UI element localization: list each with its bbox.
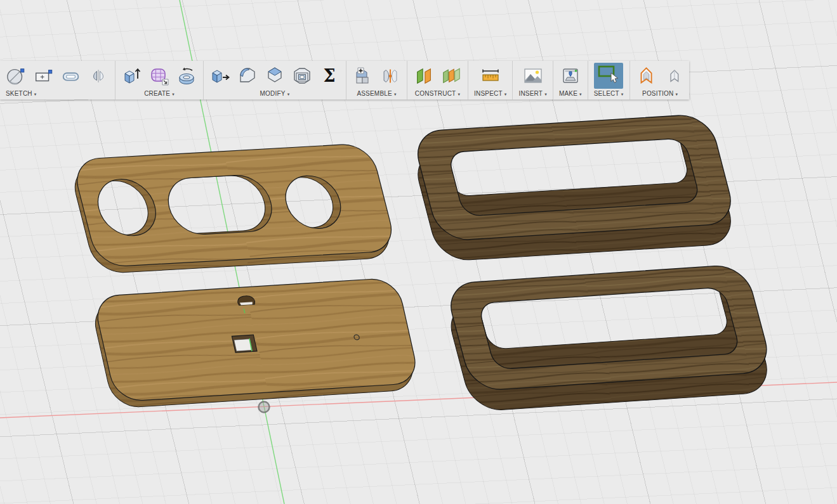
sketch-offset-button[interactable] [59, 63, 83, 89]
modify-fillet-button[interactable] [235, 63, 260, 89]
new-component-icon [352, 65, 374, 87]
toolbar-group-sketch: SKETCH▾ [0, 61, 115, 100]
toolbar-group-position: POSITION▾ [630, 61, 690, 100]
midplane-icon [440, 65, 462, 87]
insert-image-button[interactable] [521, 63, 545, 89]
create-extrude-button[interactable] [120, 63, 144, 89]
square-hole [232, 335, 257, 352]
sketch-rectangle-button[interactable] [32, 63, 56, 89]
create-dropdown[interactable]: CREATE▾ [120, 89, 199, 98]
create-revolve-button[interactable] [175, 63, 199, 89]
enclosure-frame-bottom[interactable] [439, 264, 779, 412]
make-3d-print-button[interactable] [558, 63, 583, 89]
rectangle-icon [33, 65, 55, 87]
shell-icon [291, 65, 313, 87]
main-toolbar: SKETCH▾ [0, 61, 689, 100]
toolbar-group-insert: INSERT▾ [513, 61, 553, 100]
circle-icon [6, 65, 27, 87]
assemble-new-component-button[interactable] [351, 63, 375, 89]
select-dropdown[interactable]: SELECT▾ [593, 89, 625, 98]
assemble-dropdown[interactable]: ASSEMBLE▾ [351, 89, 402, 98]
modify-press-pull-button[interactable] [208, 63, 232, 89]
construct-midplane-button[interactable] [439, 63, 463, 89]
sigma-icon: Σ [323, 67, 335, 84]
revolve-icon [175, 65, 198, 87]
sketch-dropdown[interactable]: SKETCH▾ [4, 89, 110, 98]
fillet-icon [236, 65, 259, 87]
modify-parameters-button[interactable]: Σ [317, 63, 341, 89]
chamfer-icon [263, 65, 286, 87]
assemble-joint-button[interactable] [378, 63, 402, 89]
capture-position-icon [636, 65, 657, 87]
insert-image-icon [522, 65, 544, 87]
toolbar-group-modify: Σ MODIFY▾ [204, 61, 346, 100]
toolbar-group-assemble: ASSEMBLE▾ [346, 61, 407, 100]
create-form-button[interactable] [147, 63, 171, 89]
back-plate[interactable] [89, 278, 421, 408]
form-icon [148, 65, 171, 87]
modify-chamfer-button[interactable] [263, 63, 287, 89]
offset-plane-icon [413, 65, 435, 87]
toolbar-group-select: SELECT▾ [588, 61, 630, 100]
modify-dropdown[interactable]: MODIFY▾ [208, 89, 341, 98]
modify-shell-button[interactable] [290, 63, 314, 89]
face-plate-with-holes[interactable] [67, 143, 399, 274]
insert-dropdown[interactable]: INSERT▾ [517, 89, 548, 98]
position-dropdown[interactable]: POSITION▾ [635, 89, 686, 98]
inspect-measure-button[interactable] [478, 63, 503, 89]
measure-icon [479, 65, 502, 87]
joint-icon [379, 65, 401, 87]
enclosure-frame-top[interactable] [406, 113, 742, 261]
construct-plane-button[interactable] [412, 63, 436, 89]
mirror-icon [89, 65, 108, 87]
toolbar-group-construct: CONSTRUCT▾ [407, 61, 468, 100]
offset-icon [60, 65, 82, 87]
toolbar-group-create: CREATE▾ [115, 61, 204, 100]
sketch-mirror-button[interactable] [86, 63, 110, 89]
toolbar-group-inspect: INSPECT▾ [468, 61, 513, 100]
position-capture-button[interactable] [635, 63, 659, 89]
make-dropdown[interactable]: MAKE▾ [558, 89, 583, 98]
select-window-icon [594, 63, 623, 89]
revert-position-icon [664, 65, 683, 87]
sketch-circle-button[interactable] [4, 63, 29, 89]
extrude-icon [121, 65, 143, 87]
inspect-dropdown[interactable]: INSPECT▾ [473, 89, 508, 98]
press-pull-icon [209, 65, 232, 87]
toolbar-group-make: MAKE▾ [553, 61, 588, 100]
origin-point[interactable] [259, 402, 270, 413]
3d-print-icon [559, 65, 582, 87]
construct-dropdown[interactable]: CONSTRUCT▾ [412, 89, 463, 98]
cad-workspace: SKETCH▾ [0, 0, 837, 504]
position-revert-button[interactable] [662, 63, 686, 89]
select-window-button[interactable] [594, 63, 623, 89]
